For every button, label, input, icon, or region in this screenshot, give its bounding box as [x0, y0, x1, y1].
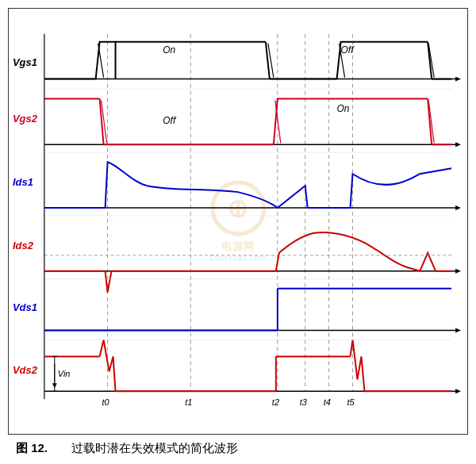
t5-label: t5: [347, 397, 355, 407]
svg-line-12: [98, 44, 104, 78]
caption-area: 图 12. 过载时潜在失效模式的简化波形: [8, 435, 468, 456]
ids2-label: Ids2: [13, 240, 34, 251]
caption-fig-description: 过载时潜在失效模式的简化波形: [71, 441, 238, 456]
chart-area: ⊕ 电源网 DianYuan.com Vgs1: [8, 8, 468, 435]
svg-marker-30: [455, 269, 461, 274]
vgs1-on-label: On: [163, 44, 175, 56]
t2-label: t2: [272, 397, 279, 407]
vds1-label: Vds1: [13, 301, 37, 313]
waveform-svg: Vgs1 On Off: [9, 9, 467, 434]
svg-marker-17: [455, 142, 461, 147]
caption-fig-label: 图 12.: [16, 441, 48, 456]
svg-marker-41: [455, 389, 461, 393]
svg-marker-7: [455, 77, 461, 82]
svg-marker-26: [455, 205, 461, 210]
vin-label: Vin: [58, 369, 71, 378]
ids1-label: Ids1: [13, 176, 33, 188]
t0-label: t0: [102, 397, 109, 407]
vgs2-off-label: Off: [163, 115, 177, 126]
main-container: ⊕ 电源网 DianYuan.com Vgs1: [0, 0, 476, 464]
vgs2-on-label: On: [337, 103, 350, 114]
t3-label: t3: [300, 397, 307, 407]
vgs1-off-label: Off: [341, 44, 355, 56]
vds2-label: Vds2: [13, 364, 38, 376]
svg-marker-51: [52, 383, 57, 388]
t1-label: t1: [185, 397, 192, 407]
t4-label: t4: [324, 397, 331, 407]
vgs1-label: Vgs1: [13, 56, 37, 68]
vgs2-label: Vgs2: [13, 113, 38, 125]
svg-marker-36: [455, 328, 461, 333]
